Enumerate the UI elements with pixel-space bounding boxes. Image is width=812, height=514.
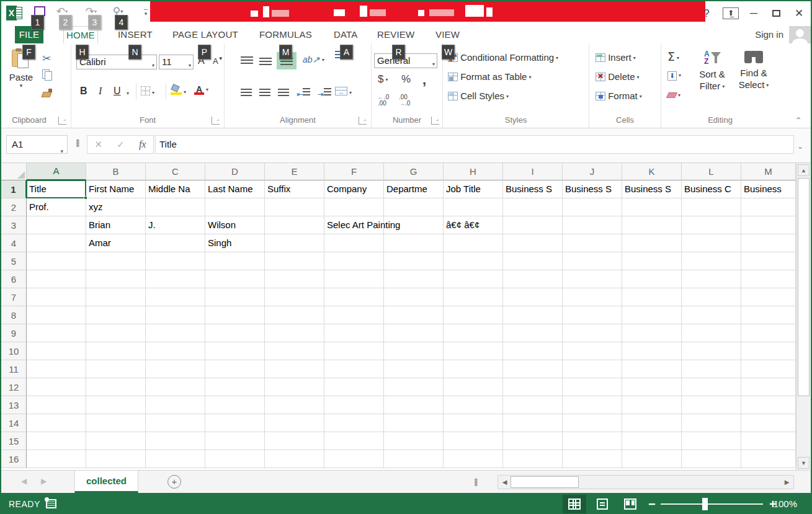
cell-M4[interactable] — [741, 234, 796, 252]
comma-button[interactable]: , — [422, 72, 426, 88]
row-header-6[interactable]: 6 — [1, 270, 27, 288]
fill-button[interactable]: ⬇▾ — [667, 69, 681, 81]
cell-I8[interactable] — [503, 306, 563, 324]
cell-J13[interactable] — [563, 396, 622, 414]
cell-G14[interactable] — [384, 414, 444, 432]
cell-D4[interactable]: Singh — [205, 234, 265, 252]
cell-M13[interactable] — [741, 396, 796, 414]
cell-L5[interactable] — [682, 252, 741, 270]
cell-D7[interactable] — [205, 288, 265, 306]
row-header-1[interactable]: 1 — [1, 180, 27, 198]
cell-M3[interactable] — [741, 216, 796, 234]
cell-B5[interactable] — [86, 252, 146, 270]
close-button[interactable]: ✕ — [792, 6, 806, 21]
cell-I6[interactable] — [503, 270, 563, 288]
horizontal-scrollbar[interactable]: ◀ ▶ — [497, 475, 794, 489]
format-as-table-button[interactable]: Format as Table▾ — [448, 71, 531, 82]
top-align-button[interactable] — [241, 56, 253, 67]
cell-D14[interactable] — [205, 414, 265, 432]
maximize-button[interactable] — [770, 6, 782, 21]
cell-H16[interactable] — [444, 450, 503, 468]
normal-view-button[interactable] — [563, 495, 586, 513]
cell-G15[interactable] — [384, 432, 444, 450]
merge-center-button[interactable]: ▾ — [335, 87, 352, 98]
decrease-indent-button[interactable]: ⇤ — [297, 88, 310, 99]
cell-A4[interactable] — [27, 234, 86, 252]
cell-A16[interactable] — [27, 450, 86, 468]
cell-A3[interactable] — [27, 216, 86, 234]
middle-align-button[interactable] — [259, 57, 272, 68]
cell-D9[interactable] — [205, 324, 265, 342]
cell-E13[interactable] — [265, 396, 324, 414]
cell-E6[interactable] — [265, 270, 324, 288]
format-cells-button[interactable]: Format▾ — [596, 91, 642, 101]
orientation-button[interactable]: ab↗▾ — [303, 55, 324, 64]
cell-K10[interactable] — [622, 342, 682, 360]
cell-D8[interactable] — [205, 306, 265, 324]
row-header-9[interactable]: 9 — [1, 324, 27, 342]
number-dialog-launcher[interactable] — [431, 117, 439, 125]
cell-L12[interactable] — [682, 378, 741, 396]
cell-G8[interactable] — [384, 306, 444, 324]
cell-E7[interactable] — [265, 288, 324, 306]
prev-sheet-button[interactable]: ◀ — [21, 477, 27, 485]
expand-formula-bar-button[interactable]: ⌄ — [797, 142, 803, 151]
find-select-button[interactable]: Find &Select▾ — [734, 50, 773, 91]
cell-A15[interactable] — [27, 432, 86, 450]
avatar[interactable] — [789, 26, 811, 45]
cell-C7[interactable] — [146, 288, 205, 306]
name-box-dropdown[interactable]: ▾ — [60, 143, 63, 160]
cell-M15[interactable] — [741, 432, 796, 450]
cell-K8[interactable] — [622, 306, 682, 324]
cell-J11[interactable] — [563, 360, 622, 378]
cancel-entry-button[interactable]: ✕ — [95, 139, 103, 150]
decrease-decimal-button[interactable]: .00 →.0 — [399, 94, 410, 107]
cell-J2[interactable] — [563, 198, 622, 216]
cell-E14[interactable] — [265, 414, 324, 432]
cell-J15[interactable] — [563, 432, 622, 450]
cell-M14[interactable] — [741, 414, 796, 432]
borders-button[interactable]: ▾ — [141, 86, 154, 98]
cell-F13[interactable] — [324, 396, 384, 414]
font-size-combo[interactable]: 11▾ — [159, 55, 194, 69]
cell-J10[interactable] — [563, 342, 622, 360]
cell-I10[interactable] — [503, 342, 563, 360]
cell-B13[interactable] — [86, 396, 146, 414]
page-break-view-button[interactable] — [618, 495, 642, 513]
cell-I15[interactable] — [503, 432, 563, 450]
cell-L14[interactable] — [682, 414, 741, 432]
conditional-formatting-button[interactable]: Conditional Formatting▾ — [448, 52, 558, 63]
row-header-8[interactable]: 8 — [1, 306, 27, 324]
cell-A11[interactable] — [27, 360, 86, 378]
tabbar-splitter[interactable]: ● ● ● — [474, 478, 478, 485]
cell-G12[interactable] — [384, 378, 444, 396]
cell-G16[interactable] — [384, 450, 444, 468]
cell-F9[interactable] — [324, 324, 384, 342]
cell-G9[interactable] — [384, 324, 444, 342]
cell-I16[interactable] — [503, 450, 563, 468]
cell-F16[interactable] — [324, 450, 384, 468]
italic-button[interactable]: I — [99, 86, 102, 97]
cell-K11[interactable] — [622, 360, 682, 378]
percent-button[interactable]: % — [401, 73, 411, 86]
zoom-slider-track[interactable] — [661, 503, 763, 505]
cell-F1[interactable]: Company — [324, 180, 384, 198]
cell-C14[interactable] — [146, 414, 205, 432]
cell-B16[interactable] — [86, 450, 146, 468]
cell-A5[interactable] — [27, 252, 86, 270]
align-right-button[interactable] — [278, 88, 289, 99]
row-header-4[interactable]: 4 — [1, 234, 27, 252]
currency-button[interactable]: $▾ — [378, 73, 388, 86]
cell-styles-button[interactable]: Cell Styles▾ — [448, 91, 509, 101]
column-header-E[interactable]: E — [265, 163, 324, 180]
cell-H5[interactable] — [444, 252, 503, 270]
cell-C5[interactable] — [146, 252, 205, 270]
cell-E5[interactable] — [265, 252, 324, 270]
cell-B12[interactable] — [86, 378, 146, 396]
column-header-I[interactable]: I — [503, 163, 563, 180]
cell-C13[interactable] — [146, 396, 205, 414]
row-header-14[interactable]: 14 — [1, 414, 27, 432]
cell-A14[interactable] — [27, 414, 86, 432]
cell-A2[interactable]: Prof. — [27, 198, 86, 216]
cell-M8[interactable] — [741, 306, 796, 324]
